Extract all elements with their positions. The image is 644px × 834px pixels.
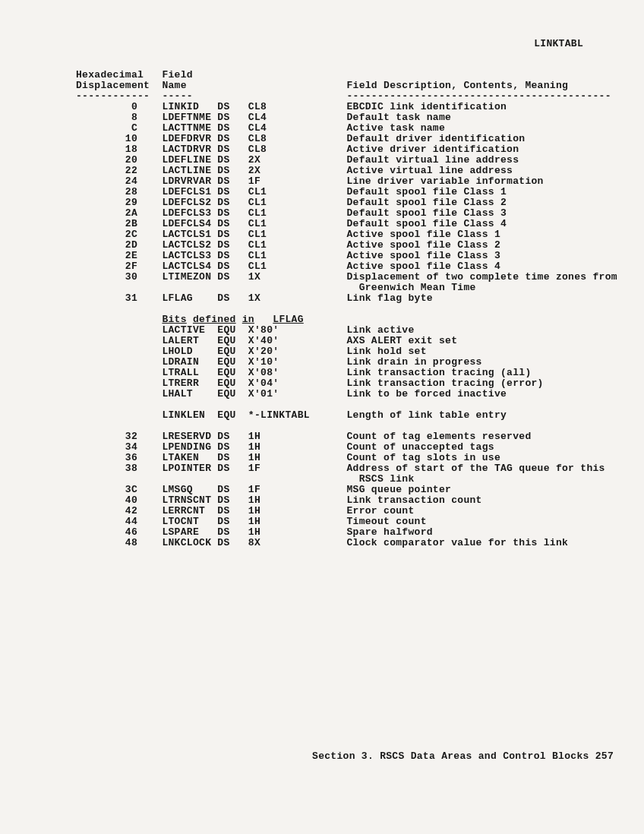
page-footer: Section 3. RSCS Data Areas and Control B… (312, 750, 614, 762)
page: LINKTABL Hexadecimal Field Displacement … (76, 38, 614, 548)
page-label-top-right: LINKTABL (534, 38, 583, 49)
control-block-listing: Hexadecimal Field Displacement Name Fiel… (76, 70, 614, 548)
